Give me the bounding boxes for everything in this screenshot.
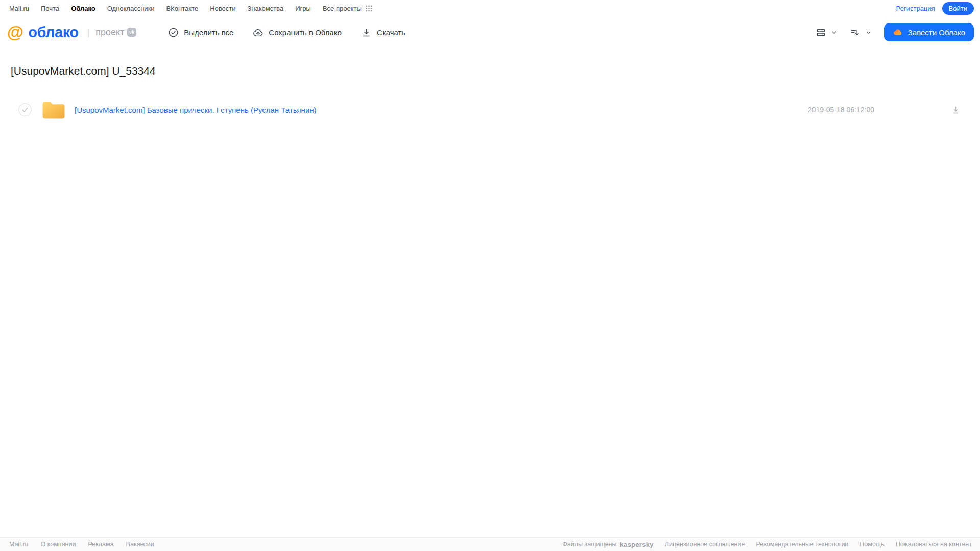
- footer-link-help[interactable]: Помощь: [859, 541, 884, 548]
- cloud-icon: [893, 27, 903, 37]
- portal-link-vkontakte[interactable]: ВКонтакте: [166, 5, 199, 12]
- portal-nav-links: Mail.ru Почта Облако Одноклассники ВКонт…: [9, 5, 372, 12]
- get-cloud-label: Завести Облако: [908, 28, 965, 37]
- sort-icon: [850, 27, 861, 38]
- portal-link-games[interactable]: Игры: [295, 5, 311, 12]
- logo-divider: |: [87, 27, 90, 38]
- folder-icon[interactable]: [42, 101, 65, 119]
- footer-link-jobs[interactable]: Вакансии: [126, 541, 154, 548]
- footer-link-recommendations[interactable]: Рекомендательные технологии: [756, 541, 848, 548]
- logo-project-label: проект vk: [95, 27, 136, 38]
- project-text: проект: [95, 27, 124, 38]
- rows-view-icon: [816, 27, 826, 38]
- footer-link-license[interactable]: Лицензионное соглашение: [665, 541, 745, 548]
- portal-nav: Mail.ru Почта Облако Одноклассники ВКонт…: [0, 0, 980, 17]
- logo-product-name: облако: [28, 24, 78, 41]
- page-title: [UsupovMarket.com] U_53344: [11, 65, 980, 77]
- portal-link-cloud[interactable]: Облако: [71, 5, 95, 12]
- footer: Mail.ru О компании Реклама Вакансии Файл…: [0, 537, 980, 551]
- main-content: [UsupovMarket.com] U_53344: [0, 65, 980, 124]
- download-icon: [361, 27, 372, 38]
- download-label: Скачать: [377, 28, 405, 37]
- header: @ облако | проект vk Выделить все: [0, 17, 980, 47]
- registration-link[interactable]: Регистрация: [896, 5, 935, 12]
- portal-link-news[interactable]: Новости: [210, 5, 235, 12]
- sort-control[interactable]: [850, 27, 872, 38]
- footer-link-about[interactable]: О компании: [41, 541, 76, 548]
- footer-link-report[interactable]: Пожаловаться на контент: [896, 541, 972, 548]
- vk-badge-icon: vk: [127, 28, 136, 37]
- file-name-link[interactable]: [UsupovMarket.com] Базовые прически. I с…: [75, 106, 317, 114]
- portal-link-odnoklassniki[interactable]: Одноклассники: [107, 5, 155, 12]
- mailru-at-icon: @: [7, 23, 23, 40]
- header-right-controls: Завести Облако: [816, 23, 974, 41]
- protected-by-label: Файлы защищены: [562, 541, 616, 548]
- footer-left-links: Mail.ru О компании Реклама Вакансии: [9, 541, 154, 548]
- portal-nav-right: Регистрация Войти: [896, 2, 974, 15]
- get-cloud-button[interactable]: Завести Облако: [884, 23, 974, 41]
- portal-link-all-projects[interactable]: Все проекты: [323, 5, 372, 12]
- view-mode-control[interactable]: [816, 27, 838, 38]
- cloud-logo[interactable]: @ облако | проект vk: [7, 24, 136, 41]
- kaspersky-protection: Файлы защищены kaspersky: [562, 541, 653, 548]
- portal-link-mailru[interactable]: Mail.ru: [9, 5, 29, 12]
- portal-link-mail[interactable]: Почта: [41, 5, 59, 12]
- download-all-button[interactable]: Скачать: [361, 27, 405, 38]
- row-download-button[interactable]: [951, 105, 961, 115]
- select-all-label: Выделить все: [184, 28, 233, 37]
- all-projects-label: Все проекты: [323, 5, 362, 12]
- chevron-down-icon: [865, 29, 872, 36]
- save-to-cloud-button[interactable]: Сохранить в Облако: [253, 27, 342, 38]
- file-list: [UsupovMarket.com] Базовые прически. I с…: [0, 95, 980, 124]
- file-row[interactable]: [UsupovMarket.com] Базовые прически. I с…: [0, 95, 980, 124]
- footer-right-links: Файлы защищены kaspersky Лицензионное со…: [562, 541, 972, 548]
- kaspersky-logo[interactable]: kaspersky: [619, 541, 653, 548]
- save-to-cloud-label: Сохранить в Облако: [269, 28, 342, 37]
- footer-link-ads[interactable]: Реклама: [88, 541, 113, 548]
- row-checkbox[interactable]: [18, 103, 32, 116]
- footer-link-mailru[interactable]: Mail.ru: [9, 541, 29, 548]
- check-circle-icon: [168, 27, 179, 38]
- chevron-down-icon: [831, 29, 838, 36]
- download-icon: [951, 105, 961, 115]
- file-modified-date: 2019-05-18 06:12:00: [808, 106, 874, 114]
- login-button[interactable]: Войти: [942, 2, 974, 15]
- select-all-button[interactable]: Выделить все: [168, 27, 233, 38]
- toolbar: Выделить все Сохранить в Облако Скачат: [168, 27, 405, 38]
- checkbox-circle-icon: [18, 103, 32, 116]
- apps-grid-icon[interactable]: [366, 5, 372, 12]
- cloud-upload-icon: [253, 27, 264, 38]
- portal-link-dating[interactable]: Знакомства: [247, 5, 283, 12]
